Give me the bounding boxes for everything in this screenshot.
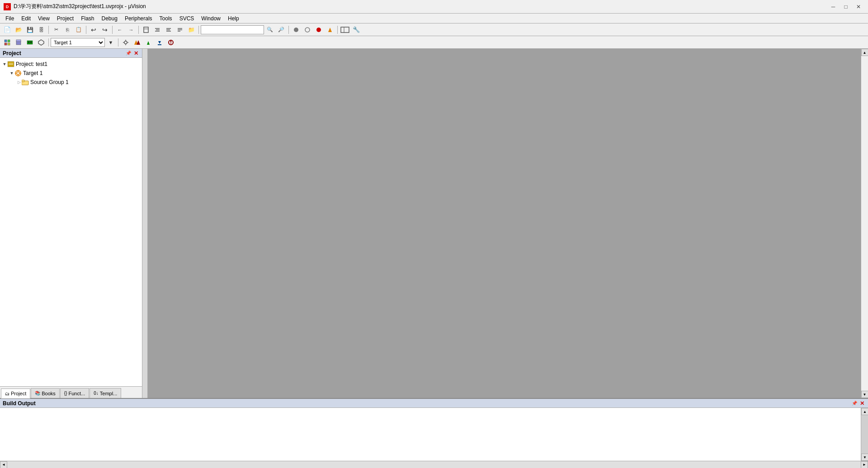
tree-item-project[interactable]: ▼ Project: test1 (0, 60, 142, 69)
project-label: Project: test1 (16, 61, 47, 67)
tab-project-icon: 🗂 (5, 391, 9, 396)
h-scroll-left[interactable]: ◄ (0, 461, 7, 468)
cut-button[interactable]: ✂ (51, 25, 61, 35)
debug-start-button[interactable] (291, 25, 302, 35)
editor-area[interactable] (148, 49, 861, 398)
tb-b2[interactable] (152, 25, 163, 35)
menu-peripherals[interactable]: Peripherals (121, 14, 156, 23)
menu-project[interactable]: Project (53, 14, 77, 23)
debug-stop-button[interactable] (313, 25, 324, 35)
tab-project[interactable]: 🗂 Project (1, 388, 30, 398)
scroll-down-button[interactable]: ▼ (861, 391, 868, 398)
comment-icon (177, 27, 183, 33)
build-scroll-down[interactable]: ▼ (861, 454, 868, 461)
search-fwd-button[interactable]: 🔎 (276, 25, 287, 35)
tools-button[interactable]: 🔧 (351, 25, 362, 35)
build-output-content[interactable] (0, 408, 861, 461)
debug-icon (168, 39, 174, 46)
copy-button[interactable]: ⎘ (62, 25, 73, 35)
svg-point-27 (124, 41, 127, 44)
redo-icon: ↪ (102, 26, 108, 33)
build-all-button[interactable] (132, 37, 142, 47)
debug-button[interactable] (165, 37, 176, 47)
nav-back-icon: ← (118, 27, 123, 33)
svg-rect-15 (341, 27, 349, 33)
target-settings-button[interactable] (120, 37, 131, 47)
build-output-header: Build Output 📌 ✕ (0, 399, 868, 408)
nav-back-button[interactable]: ← (114, 25, 125, 35)
panel-close-button[interactable]: ✕ (133, 50, 139, 56)
debug-build-button[interactable] (325, 25, 335, 35)
tb-b1[interactable] (141, 25, 151, 35)
rebuild-button[interactable] (143, 37, 154, 47)
minimize-button[interactable]: ─ (827, 2, 839, 11)
unindent-icon (165, 27, 172, 33)
svg-rect-22 (16, 40, 21, 42)
open-button[interactable]: 📂 (13, 25, 24, 35)
tab-funct[interactable]: {} Funct... (60, 388, 89, 398)
toolbar2: Target 1 ▼ (0, 36, 868, 49)
paste-button[interactable]: 📋 (73, 25, 84, 35)
menu-window[interactable]: Window (198, 14, 224, 23)
new-button[interactable]: 📄 (2, 25, 13, 35)
tb-open-file[interactable]: 📁 (186, 25, 197, 35)
build-scroll-up[interactable]: ▲ (861, 408, 868, 415)
save-all-button[interactable]: 🗄 (36, 25, 47, 35)
search-combo[interactable] (201, 25, 264, 34)
menu-debug[interactable]: Debug (98, 14, 121, 23)
build-output-pin-button[interactable]: 📌 (851, 400, 858, 407)
save-button[interactable]: 💾 (24, 25, 35, 35)
toolbar-sep-4 (138, 26, 139, 34)
tb-b3[interactable] (163, 25, 174, 35)
menu-help[interactable]: Help (224, 14, 243, 23)
maximize-button[interactable]: □ (840, 2, 852, 11)
menu-file[interactable]: File (2, 14, 18, 23)
menu-tools[interactable]: Tools (156, 14, 176, 23)
main-area: Project 📌 ✕ ▼ Project: test1 ▼ Tar (0, 49, 868, 398)
debug-run-button[interactable] (302, 25, 313, 35)
menu-flash[interactable]: Flash (77, 14, 98, 23)
redo-button[interactable]: ↪ (99, 25, 110, 35)
components-icon (4, 39, 10, 46)
nav-fwd-button[interactable]: → (126, 25, 137, 35)
menu-svcs[interactable]: SVCS (176, 14, 198, 23)
build-scroll-track[interactable] (861, 415, 868, 454)
folder-icon (22, 79, 29, 86)
panel-pin-button[interactable]: 📌 (125, 50, 132, 56)
target-selector[interactable]: Target 1 (51, 38, 105, 47)
tree-item-source-group[interactable]: ▷ Source Group 1 (0, 78, 142, 87)
toolbar1: 📄 📂 💾 🗄 ✂ ⎘ 📋 ↩ ↪ ← → 📁 (0, 23, 868, 36)
pack-installer-button[interactable] (36, 37, 47, 47)
menu-view[interactable]: View (34, 14, 53, 23)
search-back-button[interactable]: 🔍 (264, 25, 275, 35)
h-scroll-right[interactable]: ► (861, 461, 868, 468)
download-button[interactable] (154, 37, 165, 47)
board-selector-button[interactable] (24, 37, 35, 47)
tb-b4[interactable] (175, 25, 185, 35)
scroll-up-button[interactable]: ▲ (861, 49, 868, 56)
packages-button[interactable] (13, 37, 24, 47)
tab-books-label: Books (42, 391, 56, 396)
menu-edit[interactable]: Edit (18, 14, 34, 23)
tree-item-target[interactable]: ▼ Target 1 (0, 69, 142, 78)
tab-templ[interactable]: 0↓ Templ... (90, 388, 121, 398)
new-icon: 📄 (4, 26, 11, 33)
undo-button[interactable]: ↩ (88, 25, 99, 35)
svg-rect-40 (8, 61, 14, 67)
close-button[interactable]: ✕ (853, 2, 864, 11)
svg-marker-14 (328, 28, 332, 32)
cut-icon: ✂ (54, 27, 58, 33)
build-all-icon (133, 39, 141, 46)
tab-books[interactable]: 📚 Books (31, 388, 60, 398)
target-options-button[interactable]: ▼ (105, 37, 116, 47)
build-output-close-button[interactable]: ✕ (859, 400, 865, 407)
h-scroll-track[interactable] (7, 461, 861, 468)
svg-rect-20 (8, 43, 10, 45)
window-layout-button[interactable] (340, 25, 350, 35)
manage-components-button[interactable] (2, 37, 13, 47)
svg-marker-26 (38, 40, 44, 45)
nav-fwd-icon: → (129, 27, 134, 33)
toolbar-sep-1 (48, 26, 49, 34)
tab-templ-label: Templ... (100, 391, 118, 396)
open-file-icon: 📁 (188, 27, 195, 33)
